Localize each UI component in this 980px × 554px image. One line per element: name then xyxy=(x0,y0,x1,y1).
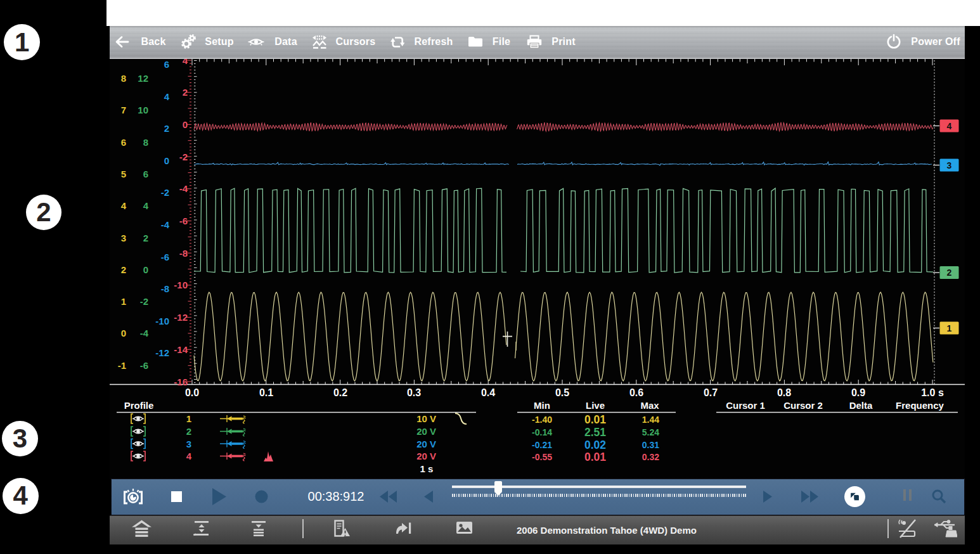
svg-text:-4: -4 xyxy=(161,219,170,230)
svg-text:Profile: Profile xyxy=(124,400,154,411)
svg-text:4: 4 xyxy=(183,59,188,66)
svg-text:Min: Min xyxy=(534,400,550,411)
svg-text:0: 0 xyxy=(164,155,169,166)
svg-text:6: 6 xyxy=(121,137,126,148)
svg-text:6: 6 xyxy=(143,169,148,179)
svg-text:2: 2 xyxy=(186,426,191,437)
svg-text:-10: -10 xyxy=(174,280,188,290)
svg-text:0.3: 0.3 xyxy=(407,387,421,398)
svg-text:0.0: 0.0 xyxy=(185,387,199,398)
svg-text:-10: -10 xyxy=(155,316,169,326)
svg-text:-2: -2 xyxy=(161,187,169,198)
svg-text:-1.40: -1.40 xyxy=(532,415,552,425)
svg-text:1.44: 1.44 xyxy=(642,415,659,425)
svg-text:0: 0 xyxy=(183,119,188,130)
svg-text:10: 10 xyxy=(138,105,148,115)
svg-text:-2: -2 xyxy=(140,296,148,307)
svg-text:0.8: 0.8 xyxy=(777,387,791,398)
svg-text:-8: -8 xyxy=(179,248,188,259)
svg-text:-4: -4 xyxy=(140,328,149,338)
svg-text:8: 8 xyxy=(143,137,148,148)
svg-text:0.1: 0.1 xyxy=(259,387,273,398)
svg-text:-8: -8 xyxy=(161,283,169,294)
svg-text:0.6: 0.6 xyxy=(629,387,643,398)
svg-text:Cursor 1: Cursor 1 xyxy=(726,400,765,411)
svg-text:0.31: 0.31 xyxy=(642,440,659,450)
svg-text:7: 7 xyxy=(121,105,126,115)
svg-text:-6: -6 xyxy=(140,360,148,371)
svg-text:5: 5 xyxy=(121,169,126,179)
svg-text:-14: -14 xyxy=(174,344,188,355)
svg-text:1: 1 xyxy=(121,296,126,307)
svg-text:-0.21: -0.21 xyxy=(532,440,552,450)
svg-text:0: 0 xyxy=(143,264,148,275)
svg-text:0.7: 0.7 xyxy=(704,387,718,398)
svg-text:20 V: 20 V xyxy=(416,426,436,437)
svg-text:3: 3 xyxy=(186,439,191,449)
svg-text:0.32: 0.32 xyxy=(642,452,659,462)
svg-text:0: 0 xyxy=(121,328,126,338)
svg-text:Delta: Delta xyxy=(849,400,873,411)
svg-text:3: 3 xyxy=(121,233,126,243)
svg-text:4: 4 xyxy=(164,91,170,102)
svg-text:Frequency: Frequency xyxy=(896,400,945,411)
svg-text:3: 3 xyxy=(947,160,952,171)
svg-text:2: 2 xyxy=(947,267,952,278)
svg-text:1 s: 1 s xyxy=(420,463,434,474)
svg-text:6: 6 xyxy=(164,59,169,70)
svg-text:-12: -12 xyxy=(155,347,169,358)
svg-text:5.24: 5.24 xyxy=(642,427,659,437)
svg-text:-0.14: -0.14 xyxy=(532,427,552,437)
svg-text:4: 4 xyxy=(121,200,127,211)
svg-text:4: 4 xyxy=(947,121,952,131)
svg-text:1: 1 xyxy=(947,323,952,333)
svg-text:2: 2 xyxy=(121,264,126,275)
svg-text:-6: -6 xyxy=(179,216,188,226)
svg-text:-4: -4 xyxy=(179,183,188,194)
svg-text:-16: -16 xyxy=(174,377,188,387)
svg-text:12: 12 xyxy=(138,73,148,84)
svg-text:-12: -12 xyxy=(174,312,188,323)
svg-text:0.9: 0.9 xyxy=(851,387,865,398)
svg-text:2: 2 xyxy=(164,123,169,134)
svg-text:2: 2 xyxy=(183,87,188,98)
svg-text:1: 1 xyxy=(186,413,191,424)
svg-text:1.0 s: 1.0 s xyxy=(921,387,944,398)
svg-text:10 V: 10 V xyxy=(416,413,436,424)
svg-text:0.01: 0.01 xyxy=(584,451,606,463)
svg-text:-2: -2 xyxy=(179,151,188,162)
svg-text:Max: Max xyxy=(640,400,659,411)
svg-text:20 V: 20 V xyxy=(416,451,436,461)
svg-text:-0.55: -0.55 xyxy=(532,452,552,462)
svg-text:2: 2 xyxy=(143,233,148,243)
svg-text:0.02: 0.02 xyxy=(584,439,606,451)
svg-text:20 V: 20 V xyxy=(416,439,436,449)
svg-text:-1: -1 xyxy=(118,360,126,371)
svg-text:4: 4 xyxy=(186,451,192,461)
svg-text:Live: Live xyxy=(586,400,605,411)
svg-text:2.51: 2.51 xyxy=(584,426,606,439)
svg-text:8: 8 xyxy=(121,73,126,84)
svg-text:0.2: 0.2 xyxy=(333,387,347,398)
svg-text:4: 4 xyxy=(143,200,149,211)
svg-text:Cursor 2: Cursor 2 xyxy=(783,400,823,411)
svg-text:-6: -6 xyxy=(161,252,169,262)
svg-text:0.01: 0.01 xyxy=(584,413,606,426)
svg-text:0.5: 0.5 xyxy=(555,387,569,398)
svg-text:0.4: 0.4 xyxy=(481,387,495,398)
